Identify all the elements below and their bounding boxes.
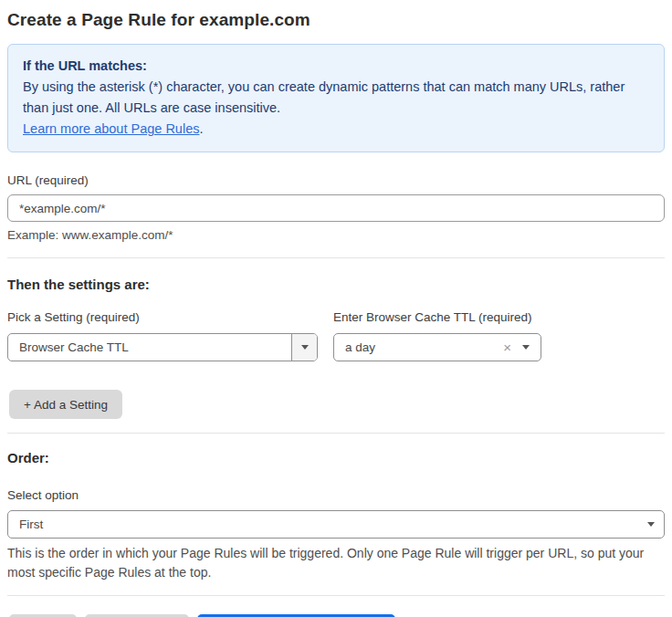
clear-icon[interactable]: × bbox=[503, 340, 517, 354]
divider bbox=[7, 433, 665, 434]
info-box-link-line: Learn more about Page Rules. bbox=[23, 119, 649, 140]
settings-section-heading: Then the settings are: bbox=[7, 277, 665, 292]
setting-picker-value: Browser Cache TTL bbox=[8, 340, 291, 354]
order-select-value: First bbox=[8, 518, 638, 531]
order-caret-wrap bbox=[638, 522, 664, 527]
url-match-info-box: If the URL matches: By using the asteris… bbox=[7, 44, 665, 152]
setting-picker-select[interactable]: Browser Cache TTL bbox=[7, 333, 318, 361]
setting-picker-label: Pick a Setting (required) bbox=[7, 310, 318, 324]
page-rule-form: Create a Page Rule for example.com If th… bbox=[0, 0, 672, 617]
order-select[interactable]: First bbox=[7, 510, 665, 539]
add-setting-button[interactable]: + Add a Setting bbox=[9, 390, 122, 419]
url-field-label: URL (required) bbox=[7, 173, 665, 187]
ttl-picker-column: Enter Browser Cache TTL (required) a day… bbox=[333, 310, 541, 361]
page-title: Create a Page Rule for example.com bbox=[7, 10, 665, 30]
order-section-heading: Order: bbox=[7, 450, 665, 465]
url-example-helper: Example: www.example.com/* bbox=[7, 228, 665, 242]
settings-row: Pick a Setting (required) Browser Cache … bbox=[7, 310, 665, 361]
order-helper-text: This is the order in which your Page Rul… bbox=[7, 544, 665, 582]
ttl-picker-select[interactable]: a day × bbox=[333, 333, 541, 361]
ttl-picker-value: a day bbox=[334, 340, 503, 354]
info-box-heading: If the URL matches: bbox=[23, 56, 649, 77]
caret-down-icon bbox=[522, 345, 530, 350]
caret-down-icon bbox=[301, 345, 309, 350]
ttl-caret-wrap bbox=[517, 345, 541, 350]
link-period: . bbox=[199, 121, 203, 136]
learn-more-link[interactable]: Learn more about Page Rules bbox=[23, 121, 199, 136]
order-select-label: Select option bbox=[7, 488, 665, 502]
setting-picker-column: Pick a Setting (required) Browser Cache … bbox=[7, 310, 318, 361]
url-input[interactable] bbox=[7, 194, 665, 222]
divider bbox=[7, 257, 665, 258]
info-box-body: By using the asterisk (*) character, you… bbox=[23, 77, 649, 119]
divider bbox=[7, 595, 665, 596]
caret-down-icon bbox=[647, 522, 655, 527]
ttl-picker-label: Enter Browser Cache TTL (required) bbox=[333, 310, 541, 324]
setting-picker-caret-button[interactable] bbox=[291, 334, 317, 361]
